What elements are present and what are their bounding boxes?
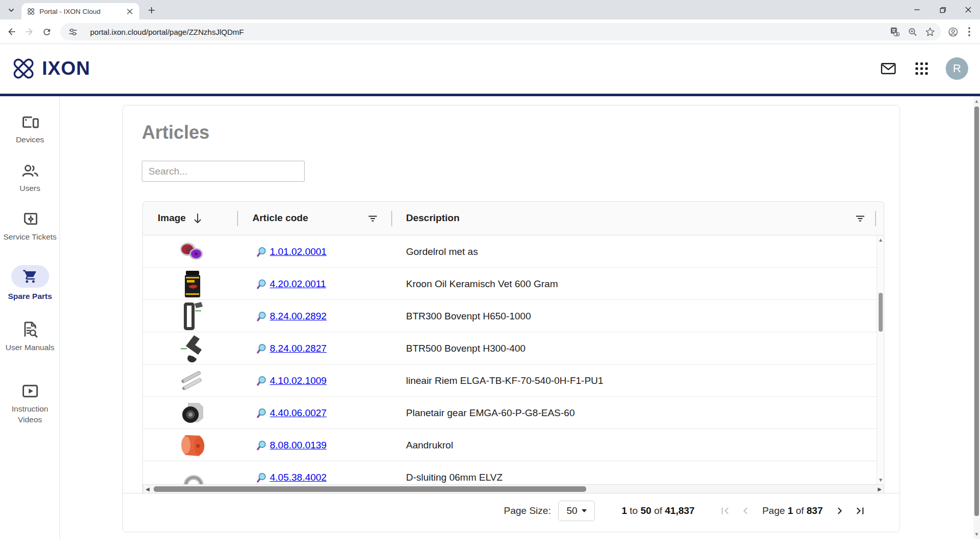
last-page-button[interactable] bbox=[853, 503, 868, 519]
column-divider[interactable] bbox=[237, 211, 238, 226]
article-code-link[interactable]: 4.05.38.4002 bbox=[270, 472, 327, 483]
sort-arrow-icon[interactable] bbox=[193, 213, 203, 224]
article-code-link[interactable]: 4.40.06.0027 bbox=[270, 407, 327, 419]
magnifier-icon[interactable] bbox=[257, 408, 266, 418]
scrollbar-thumb[interactable] bbox=[974, 106, 979, 516]
sidebar-item-spare-parts[interactable]: Spare Parts bbox=[0, 265, 60, 301]
translate-icon[interactable] bbox=[889, 26, 901, 38]
tab-search-button[interactable] bbox=[4, 4, 18, 16]
page-size-value: 50 bbox=[566, 505, 577, 516]
article-image bbox=[177, 398, 208, 428]
sidebar: Devices Users Service Tickets Spare Part… bbox=[0, 96, 60, 539]
article-description: Aandrukrol bbox=[406, 429, 453, 461]
table-row: 4.40.06.0027 Planetair gear EMGA-60-P-G8… bbox=[143, 397, 878, 429]
ixon-logo-icon bbox=[10, 55, 37, 82]
forward-button[interactable] bbox=[23, 25, 36, 38]
column-header-description[interactable]: Description bbox=[406, 212, 460, 224]
article-code-link[interactable]: 8.24.00.2827 bbox=[270, 343, 327, 354]
article-code-link[interactable]: 1.01.02.0001 bbox=[270, 246, 327, 257]
new-tab-button[interactable] bbox=[145, 4, 158, 16]
ixon-logo[interactable]: IXON bbox=[10, 55, 90, 82]
logo-text: IXON bbox=[42, 58, 90, 79]
bookmark-star-icon[interactable] bbox=[924, 26, 936, 38]
article-description: Planetair gear EMGA-60-P-G8-EAS-60 bbox=[406, 397, 574, 429]
scroll-down-arrow[interactable]: ▼ bbox=[878, 478, 883, 483]
article-code-link[interactable]: 4.20.02.0011 bbox=[270, 278, 326, 290]
magnifier-icon[interactable] bbox=[257, 472, 266, 483]
sidebar-item-user-manuals[interactable]: User Manuals bbox=[0, 320, 60, 353]
table-row: 8.08.00.0139 Aandrukrol bbox=[143, 429, 878, 461]
back-button[interactable] bbox=[5, 25, 18, 38]
column-header-article-code[interactable]: Article code bbox=[252, 212, 308, 224]
sidebar-item-instruction-videos[interactable]: Instruction Videos bbox=[0, 382, 60, 425]
url-text[interactable]: portal.ixon.cloud/portal/page/ZZNzhsJlQD… bbox=[90, 28, 889, 36]
scrollbar-thumb[interactable] bbox=[879, 293, 883, 332]
articles-table: Image Article code Description bbox=[142, 201, 884, 493]
table-row: 4.10.02.1009 lineair Riem ELGA-TB-KF-70-… bbox=[143, 364, 878, 397]
first-page-button[interactable] bbox=[717, 503, 733, 519]
magnifier-icon[interactable] bbox=[257, 376, 266, 386]
scroll-up-arrow[interactable]: ▲ bbox=[878, 238, 883, 243]
browser-tab[interactable]: Portal - IXON Cloud bbox=[22, 3, 139, 19]
article-image bbox=[177, 365, 208, 396]
sidebar-item-devices[interactable]: Devices bbox=[0, 113, 60, 145]
devices-icon bbox=[21, 113, 39, 131]
sidebar-item-users[interactable]: Users bbox=[0, 161, 60, 193]
window-minimize-button[interactable] bbox=[905, 0, 929, 19]
scroll-right-arrow[interactable]: ▶ bbox=[877, 486, 882, 492]
apps-grid-icon[interactable] bbox=[915, 62, 928, 75]
active-item-pill bbox=[11, 265, 49, 288]
zoom-icon[interactable] bbox=[906, 26, 919, 38]
page-size-select[interactable]: 50 bbox=[558, 501, 595, 521]
next-page-button[interactable] bbox=[832, 503, 847, 519]
pagination-page: Page 1 of 837 bbox=[762, 505, 823, 516]
magnifier-icon[interactable] bbox=[257, 311, 266, 321]
column-divider[interactable] bbox=[391, 211, 392, 226]
filter-icon[interactable] bbox=[855, 213, 866, 224]
sidebar-item-label: Devices bbox=[0, 134, 60, 145]
address-bar[interactable]: portal.ixon.cloud/portal/page/ZZNzhsJlQD… bbox=[60, 23, 941, 40]
user-avatar[interactable]: R bbox=[946, 57, 968, 80]
page-size-label: Page Size: bbox=[504, 505, 551, 516]
pagination-range: 1 to 50 of 41,837 bbox=[622, 505, 695, 516]
article-code-link[interactable]: 4.10.02.1009 bbox=[270, 375, 327, 386]
sidebar-item-service-tickets[interactable]: Service Tickets bbox=[0, 210, 60, 242]
table-horizontal-scrollbar[interactable]: ◀ ▶ bbox=[143, 484, 884, 493]
profile-icon[interactable] bbox=[946, 25, 960, 38]
sidebar-item-label: User Manuals bbox=[0, 342, 60, 353]
chevron-down-icon bbox=[8, 7, 15, 14]
magnifier-icon[interactable] bbox=[257, 279, 266, 289]
scroll-left-arrow[interactable]: ◀ bbox=[145, 486, 150, 492]
previous-page-button[interactable] bbox=[738, 503, 753, 519]
search-input[interactable] bbox=[142, 161, 305, 182]
table-vertical-scrollbar[interactable]: ▲ ▼ bbox=[877, 235, 884, 485]
window-restore-button[interactable] bbox=[931, 0, 954, 19]
range-of-word: of bbox=[654, 505, 662, 516]
scrollbar-thumb[interactable] bbox=[154, 486, 586, 492]
article-description: BTR300 Bovenpt H650-1000 bbox=[406, 300, 531, 332]
page-title: Articles bbox=[142, 122, 209, 143]
site-info-icon[interactable] bbox=[67, 26, 79, 38]
magnifier-icon[interactable] bbox=[257, 440, 266, 450]
scroll-up-arrow[interactable]: ▲ bbox=[974, 98, 979, 104]
reload-button[interactable] bbox=[40, 25, 53, 38]
scroll-down-arrow[interactable]: ▼ bbox=[974, 531, 979, 537]
article-description: D-sluiting 06mm ELVZ bbox=[406, 461, 503, 485]
filter-icon[interactable] bbox=[367, 213, 378, 224]
magnifier-icon[interactable] bbox=[257, 247, 266, 257]
tab-close-icon[interactable] bbox=[125, 7, 134, 16]
article-image bbox=[177, 333, 208, 363]
article-code-link[interactable]: 8.24.00.2892 bbox=[270, 311, 327, 322]
mail-icon[interactable] bbox=[880, 60, 897, 77]
magnifier-icon[interactable] bbox=[257, 343, 266, 354]
cart-icon bbox=[23, 269, 38, 284]
column-divider[interactable] bbox=[875, 211, 876, 226]
window-close-button[interactable] bbox=[956, 0, 980, 19]
table-header: Image Article code Description bbox=[143, 202, 884, 235]
menu-dots-icon[interactable] bbox=[963, 25, 976, 38]
range-end: 50 bbox=[641, 505, 651, 516]
article-image bbox=[177, 430, 208, 460]
page-scrollbar[interactable]: ▲ ▼ bbox=[973, 96, 980, 539]
article-code-link[interactable]: 8.08.00.0139 bbox=[270, 440, 327, 451]
column-header-image[interactable]: Image bbox=[158, 212, 186, 224]
